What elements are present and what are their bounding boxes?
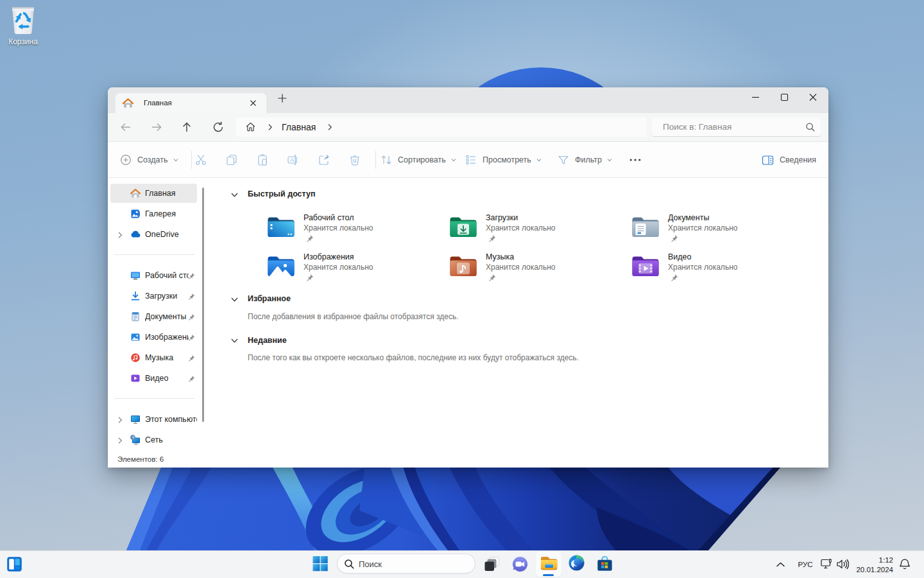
svg-text:A: A [290,157,294,163]
